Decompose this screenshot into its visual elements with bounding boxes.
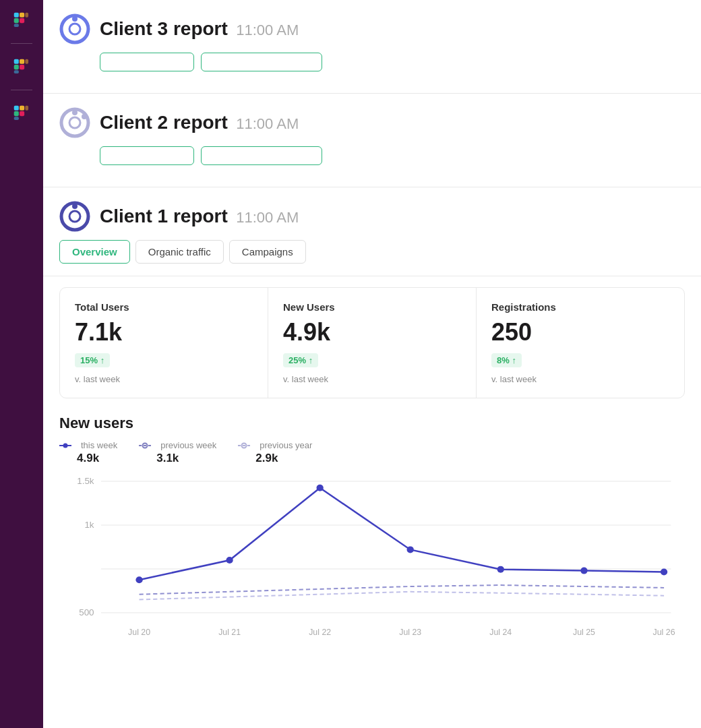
svg-text:1k: 1k — [84, 520, 94, 530]
total-users-compare: v. last week — [75, 374, 253, 384]
svg-point-54 — [661, 569, 667, 576]
client3-logo — [59, 13, 90, 44]
tab-overview[interactable]: Overview — [59, 240, 130, 264]
chart-area: 1.5k 1k 500 Jul 20 Jul 21 Jul 22 Jul 23 … — [59, 468, 685, 643]
client3-tab-pill-2[interactable] — [201, 53, 322, 71]
chart-section: New users this week 4.9k — [43, 412, 701, 659]
client1-logo — [59, 201, 90, 232]
svg-rect-8 — [20, 59, 24, 64]
svg-rect-3 — [20, 18, 24, 23]
registrations-value: 250 — [491, 318, 669, 346]
prev-year-line-icon — [238, 442, 255, 449]
svg-point-27 — [72, 204, 78, 209]
svg-text:Jul 20: Jul 20 — [128, 628, 150, 637]
client3-time: 11:00 AM — [236, 22, 299, 38]
client1-time: 11:00 AM — [236, 209, 299, 226]
legend-prev-week: previous week 3.1k — [139, 440, 216, 465]
svg-point-53 — [580, 568, 587, 574]
svg-point-24 — [82, 114, 87, 119]
svg-rect-7 — [14, 65, 19, 69]
stats-section: Total Users 7.1k 15% ↑ v. last week New … — [43, 276, 701, 398]
svg-text:Jul 23: Jul 23 — [399, 628, 421, 637]
svg-point-49 — [226, 557, 233, 564]
client2-logo — [59, 107, 90, 138]
svg-point-26 — [69, 211, 80, 222]
client3-collapsed-tabs — [59, 53, 685, 82]
registrations-badge: 8% ↑ — [491, 353, 522, 367]
svg-rect-1 — [14, 18, 19, 23]
prev-week-line-icon — [139, 442, 156, 449]
svg-text:Jul 24: Jul 24 — [489, 628, 512, 637]
total-users-label: Total Users — [75, 301, 253, 313]
legend-prev-year-value: 2.9k — [238, 452, 312, 465]
total-users-badge: 15% ↑ — [75, 353, 110, 367]
client2-collapsed-tabs — [59, 146, 685, 176]
svg-rect-0 — [14, 13, 19, 18]
client2-title: Client 2 report — [100, 112, 228, 133]
stat-total-users: Total Users 7.1k 15% ↑ v. last week — [60, 288, 268, 398]
client1-tabs: Overview Organic traffic Campaigns — [59, 240, 685, 264]
chart-legend: this week 4.9k previous week 3.1k — [59, 440, 685, 465]
this-week-line-icon — [59, 442, 77, 449]
svg-point-51 — [407, 546, 414, 553]
svg-rect-14 — [20, 106, 24, 111]
legend-this-week-value: 4.9k — [59, 452, 117, 465]
legend-prev-year: previous year 2.9k — [238, 440, 312, 465]
svg-point-52 — [497, 566, 504, 573]
svg-text:Jul 21: Jul 21 — [218, 628, 241, 637]
client1-title: Client 1 report — [100, 206, 228, 226]
svg-rect-13 — [14, 111, 19, 116]
new-users-badge: 25% ↑ — [283, 353, 318, 367]
sidebar-divider-1 — [11, 43, 32, 44]
svg-point-20 — [72, 16, 78, 22]
chart-title: New users — [59, 415, 685, 432]
report-client3: Client 3 report 11:00 AM — [43, 0, 701, 94]
client2-tab-pill-1[interactable] — [100, 146, 194, 165]
legend-this-week-label: this week — [81, 440, 117, 450]
svg-rect-16 — [14, 117, 19, 120]
sidebar-workspace-1[interactable] — [9, 8, 34, 32]
legend-prev-year-label: previous year — [260, 440, 312, 450]
legend-prev-week-value: 3.1k — [139, 452, 216, 465]
sidebar-workspace-3[interactable] — [9, 101, 34, 125]
svg-rect-15 — [20, 111, 24, 116]
sidebar-workspace-2[interactable] — [9, 55, 34, 79]
svg-rect-5 — [25, 13, 28, 18]
svg-point-50 — [317, 485, 324, 491]
svg-point-22 — [69, 117, 80, 128]
svg-point-48 — [135, 576, 142, 583]
svg-text:500: 500 — [79, 607, 94, 617]
svg-rect-12 — [14, 106, 19, 111]
client2-tab-pill-2[interactable] — [201, 146, 322, 165]
report-client1: Client 1 report 11:00 AM Overview Organi… — [43, 187, 701, 276]
client3-title: Client 3 report — [100, 18, 228, 39]
new-users-label: New Users — [283, 301, 461, 313]
stat-new-users: New Users 4.9k 25% ↑ v. last week — [268, 288, 477, 398]
client2-time: 11:00 AM — [236, 115, 299, 132]
sidebar — [0, 0, 43, 728]
sidebar-divider-2 — [11, 90, 32, 90]
svg-point-29 — [63, 443, 68, 448]
svg-rect-10 — [14, 70, 19, 73]
new-users-value: 4.9k — [283, 318, 461, 346]
stats-cards: Total Users 7.1k 15% ↑ v. last week New … — [59, 287, 685, 398]
svg-rect-2 — [20, 13, 24, 18]
total-users-value: 7.1k — [75, 318, 253, 346]
chart-svg: 1.5k 1k 500 Jul 20 Jul 21 Jul 22 Jul 23 … — [59, 468, 685, 643]
svg-text:1.5k: 1.5k — [77, 476, 94, 486]
client3-tab-pill-1[interactable] — [100, 53, 194, 71]
report-client2: Client 2 report 11:00 AM — [43, 94, 701, 187]
svg-text:Jul 22: Jul 22 — [309, 628, 331, 637]
svg-rect-4 — [14, 24, 19, 27]
tab-organic-traffic[interactable]: Organic traffic — [135, 240, 224, 264]
svg-point-23 — [72, 110, 78, 115]
registrations-compare: v. last week — [491, 374, 669, 384]
svg-text:Jul 25: Jul 25 — [573, 628, 595, 637]
tab-campaigns[interactable]: Campaigns — [229, 240, 306, 264]
svg-rect-11 — [25, 59, 28, 64]
svg-rect-17 — [25, 106, 28, 111]
svg-rect-6 — [14, 59, 19, 64]
main-content: Client 3 report 11:00 AM Client 2 report… — [43, 0, 701, 728]
svg-rect-9 — [20, 65, 24, 69]
registrations-label: Registrations — [491, 301, 669, 313]
